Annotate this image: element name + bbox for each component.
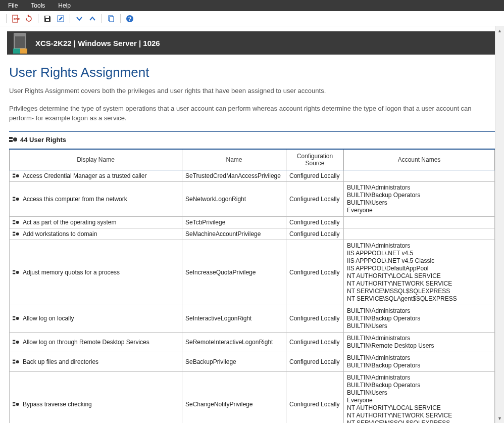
- refresh-button[interactable]: [23, 13, 35, 25]
- pdf-export-button[interactable]: PDF: [10, 13, 22, 25]
- menu-tools[interactable]: Tools: [27, 2, 54, 9]
- svg-rect-6: [110, 17, 114, 22]
- save-icon: [43, 15, 52, 23]
- help-button[interactable]: ?: [124, 13, 136, 25]
- menu-file[interactable]: File: [4, 2, 27, 9]
- toolbar: PDF ?: [0, 11, 504, 26]
- svg-rect-2: [45, 16, 49, 18]
- save-button[interactable]: [41, 13, 54, 25]
- menubar: File Tools Help: [0, 0, 504, 11]
- expand-button[interactable]: [73, 13, 85, 25]
- collapse-button[interactable]: [86, 13, 98, 25]
- chevron-up-icon: [89, 15, 96, 22]
- chevron-down-icon: [76, 15, 83, 22]
- edit-button[interactable]: [55, 13, 67, 25]
- svg-text:?: ?: [128, 16, 132, 22]
- svg-rect-3: [46, 19, 49, 21]
- menu-help[interactable]: Help: [54, 2, 80, 9]
- pencil-icon: [57, 15, 65, 23]
- copy-icon: [107, 15, 115, 23]
- copy-button[interactable]: [105, 13, 117, 25]
- help-icon: ?: [126, 15, 134, 23]
- pdf-icon: PDF: [12, 15, 20, 23]
- refresh-icon: [25, 15, 33, 23]
- svg-text:PDF: PDF: [14, 18, 20, 21]
